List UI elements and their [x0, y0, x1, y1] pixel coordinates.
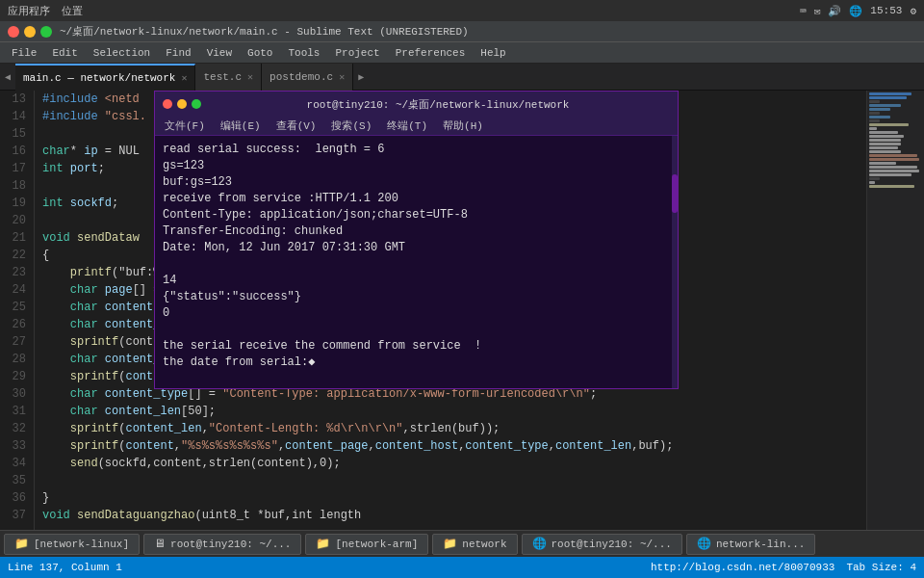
terminal-scrollbar-thumb[interactable] — [672, 174, 678, 213]
menu-goto[interactable]: Goto — [240, 45, 280, 61]
tab-test-c[interactable]: test.c ✕ — [195, 64, 262, 91]
app-title: ~/桌面/network-linux/network/main.c - Subl… — [60, 24, 469, 39]
menu-view[interactable]: View — [199, 45, 240, 61]
tab-label: postdemo.c — [270, 71, 333, 83]
terminal-line: read serial success: length = 6 — [163, 387, 670, 388]
terminal-menu-edit[interactable]: 编辑(E) — [215, 118, 267, 134]
terminal-close-btn[interactable] — [163, 99, 172, 109]
code-editor[interactable]: 1314151617 1819202122 2324252627 2829303… — [0, 91, 924, 549]
terminal-line: receive from service :HTTP/1.1 200 — [163, 191, 670, 207]
app-titlebar: ~/桌面/network-linux/network/main.c - Subl… — [0, 21, 924, 42]
taskbar-label: network — [462, 539, 506, 550]
terminal-menu: 文件(F) 编辑(E) 查看(V) 搜索(S) 终端(T) 帮助(H) — [155, 117, 678, 136]
system-bar: 应用程序 位置 ⌨ ✉ 🔊 🌐 15:53 ⚙ — [0, 0, 924, 21]
terminal-line: read serial success: length = 6 — [163, 142, 670, 158]
terminal-line: buf:gs=123 — [163, 174, 670, 191]
taskbar-network-lin2[interactable]: 🌐 network-lin... — [686, 534, 815, 555]
window-controls — [8, 26, 52, 38]
main-area: 1314151617 1819202122 2324252627 2829303… — [0, 91, 924, 549]
tab-postdemo-c[interactable]: postdemo.c ✕ — [262, 64, 353, 91]
menu-project[interactable]: Project — [327, 45, 387, 61]
folder-icon: 📁 — [14, 537, 29, 551]
close-button[interactable] — [8, 26, 19, 38]
minimize-button[interactable] — [24, 26, 36, 38]
minimap — [866, 91, 924, 549]
tab-label: main.c — network/network — [23, 72, 175, 84]
terminal-line: 0 — [163, 305, 670, 322]
terminal-header: root@tiny210: ~/桌面/network-linux/network — [155, 92, 678, 117]
taskbar-label: network-lin... — [716, 539, 805, 550]
menu-find[interactable]: Find — [158, 45, 198, 61]
menu-tools[interactable]: Tools — [280, 45, 327, 61]
url-display: http://blog.csdn.net/80070933 — [651, 562, 834, 573]
taskbar-root-csdn[interactable]: 🌐 root@tiny210: ~/... — [522, 534, 682, 555]
taskbar-label: root@tiny210: ~/... — [552, 539, 672, 550]
folder-icon: 📁 — [443, 537, 457, 551]
tab-scroll-right[interactable]: ▶ — [353, 64, 369, 91]
network-icon[interactable]: 🌐 — [849, 5, 862, 17]
menu-selection[interactable]: Selection — [86, 45, 158, 61]
tab-scroll-left[interactable]: ◀ — [0, 64, 15, 91]
menu-bar: File Edit Selection Find View Goto Tools… — [0, 42, 924, 64]
location-menu[interactable]: 位置 — [62, 4, 83, 18]
system-bar-right: ⌨ ✉ 🔊 🌐 15:53 ⚙ — [800, 5, 916, 17]
terminal-line: Transfer-Encoding: chunked — [163, 223, 670, 240]
terminal-line — [163, 371, 670, 387]
system-bar-left: 应用程序 位置 — [8, 4, 83, 18]
tab-close-main-c[interactable]: ✕ — [181, 72, 187, 84]
terminal-line: the serial receive the commend from serv… — [163, 338, 670, 355]
status-bar: Line 137, Column 1 http://blog.csdn.net/… — [0, 557, 924, 578]
browser-icon: 🌐 — [697, 537, 711, 551]
taskbar-network-arm[interactable]: 📁 [network-arm] — [305, 534, 428, 555]
time-display: 15:53 — [870, 5, 902, 16]
tab-main-c[interactable]: main.c — network/network ✕ — [15, 64, 195, 91]
tab-label: test.c — [203, 71, 242, 83]
taskbar-label: [network-linux] — [34, 539, 129, 550]
taskbar-label: root@tiny210: ~/... — [170, 539, 291, 550]
terminal-icon: 🖥 — [154, 537, 166, 551]
terminal-menu-terminal[interactable]: 终端(T) — [381, 118, 433, 134]
line-numbers: 1314151617 1819202122 2324252627 2829303… — [0, 91, 35, 549]
browser-icon: 🌐 — [532, 537, 547, 551]
volume-icon[interactable]: 🔊 — [828, 5, 841, 17]
status-right: http://blog.csdn.net/80070933 Tab Size: … — [651, 562, 916, 573]
status-left: Line 137, Column 1 — [8, 562, 122, 573]
terminal-menu-view[interactable]: 查看(V) — [270, 118, 322, 134]
taskbar: 📁 [network-linux] 🖥 root@tiny210: ~/... … — [0, 530, 924, 557]
menu-edit[interactable]: Edit — [44, 45, 85, 61]
terminal-body[interactable]: read serial success: length = 6 gs=123 b… — [155, 136, 678, 388]
mail-icon: ✉ — [814, 5, 821, 17]
cursor-position: Line 137, Column 1 — [8, 562, 122, 573]
menu-preferences[interactable]: Preferences — [388, 45, 474, 61]
taskbar-network-linux[interactable]: 📁 [network-linux] — [4, 534, 140, 555]
terminal-line: Content-Type: application/json;charset=U… — [163, 207, 670, 223]
menu-file[interactable]: File — [4, 45, 44, 61]
tab-bar: ◀ main.c — network/network ✕ test.c ✕ po… — [0, 64, 924, 91]
settings-icon[interactable]: ⚙ — [910, 5, 916, 17]
terminal-max-btn[interactable] — [192, 99, 201, 109]
terminal-line — [163, 322, 670, 338]
terminal-scrollbar[interactable] — [672, 136, 678, 388]
terminal-min-btn[interactable] — [177, 99, 187, 109]
maximize-button[interactable] — [40, 26, 52, 38]
tab-close-postdemo-c[interactable]: ✕ — [339, 71, 345, 83]
terminal-menu-help[interactable]: 帮助(H) — [437, 118, 489, 134]
taskbar-network[interactable]: 📁 network — [432, 534, 517, 555]
terminal-title: root@tiny210: ~/桌面/network-linux/network — [206, 97, 670, 112]
taskbar-label: [network-arm] — [335, 539, 418, 550]
app-menu[interactable]: 应用程序 — [8, 4, 50, 18]
terminal-menu-search[interactable]: 搜索(S) — [325, 118, 377, 134]
taskbar-root-terminal[interactable]: 🖥 root@tiny210: ~/... — [143, 534, 301, 555]
menu-help[interactable]: Help — [473, 45, 513, 61]
terminal-line: {"status":"success"} — [163, 289, 670, 305]
tab-size: Tab Size: 4 — [846, 562, 916, 573]
terminal-line: gs=123 — [163, 158, 670, 174]
keyboard-icon: ⌨ — [800, 5, 807, 17]
tab-close-test-c[interactable]: ✕ — [247, 71, 253, 83]
terminal-menu-file[interactable]: 文件(F) — [159, 118, 211, 134]
terminal-window[interactable]: root@tiny210: ~/桌面/network-linux/network… — [154, 91, 679, 389]
folder-icon: 📁 — [316, 537, 330, 551]
terminal-line: 14 — [163, 273, 670, 289]
terminal-line — [163, 256, 670, 273]
terminal-line: Date: Mon, 12 Jun 2017 07:31:30 GMT — [163, 240, 670, 256]
